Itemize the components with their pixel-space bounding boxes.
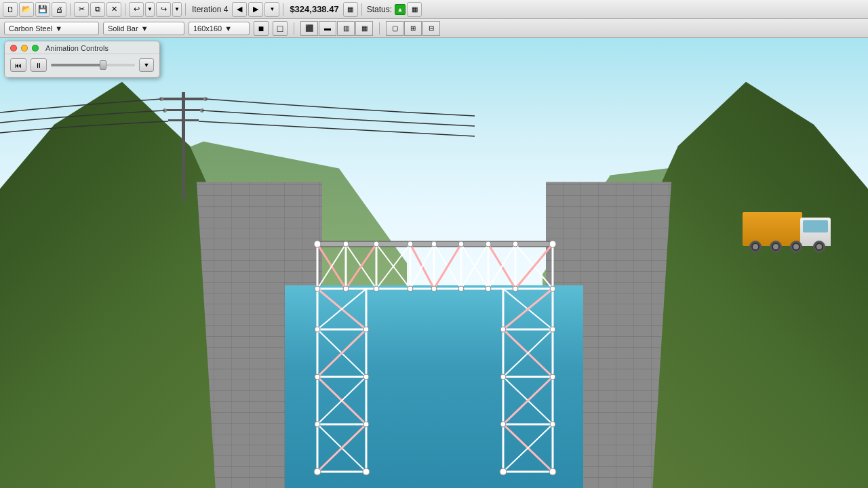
svg-point-87 — [549, 468, 556, 475]
cost-display: $324,338.47 — [287, 4, 341, 14]
layout-3[interactable]: ⊟ — [422, 21, 440, 36]
main-toolbar: 🗋 📂 💾 🖨 ✂ ⧉ ✕ ↩ ▼ ↪ ▼ Iteration 4 ◀ ▶ ▼ … — [0, 0, 868, 19]
grid-view-1[interactable]: ⬛ — [300, 21, 318, 36]
svg-point-77 — [363, 422, 369, 427]
scene-viewport — [0, 38, 868, 488]
animation-dropdown[interactable]: ▼ — [139, 58, 154, 72]
arrow-right-button[interactable]: ▶ — [248, 2, 263, 17]
bridge-svg — [0, 38, 868, 488]
svg-point-64 — [343, 286, 349, 291]
bridge-left-frame — [317, 289, 366, 472]
delete-button[interactable]: ✕ — [106, 2, 121, 17]
separator1 — [70, 3, 71, 16]
svg-point-84 — [500, 422, 506, 427]
minimize-traffic-light[interactable] — [21, 45, 28, 52]
grid-view-2[interactable]: ▬ — [319, 21, 336, 36]
separator6 — [294, 22, 294, 35]
secondary-toolbar: Carbon Steel ▼ Solid Bar ▼ 160x160 ▼ ■ □… — [0, 19, 868, 38]
view-outline-button[interactable]: □ — [273, 21, 288, 36]
size-dropdown-arrow: ▼ — [224, 24, 232, 33]
status-grid-button[interactable]: ▦ — [407, 2, 422, 17]
truck-wheel-3 — [790, 241, 802, 253]
animation-title-bar: Animation Controls — [5, 41, 159, 54]
svg-point-62 — [549, 241, 556, 247]
svg-point-71 — [550, 286, 555, 291]
separator5 — [361, 3, 362, 16]
material-value: Carbon Steel — [9, 24, 52, 33]
separator7 — [379, 22, 380, 35]
size-value: 160x160 — [193, 24, 222, 33]
svg-point-59 — [458, 241, 464, 247]
rewind-button[interactable]: ⏮ — [10, 58, 26, 72]
grid-view-4[interactable]: ▦ — [355, 21, 373, 36]
svg-point-66 — [408, 286, 413, 291]
new-button[interactable]: 🗋 — [3, 2, 18, 17]
view-buttons-group: ⬛ ▬ ▥ ▦ — [300, 21, 373, 36]
close-traffic-light[interactable] — [10, 45, 17, 52]
copy-button[interactable]: ⧉ — [90, 2, 105, 17]
print-button[interactable]: 🖨 — [52, 2, 66, 17]
arrow-left-button[interactable]: ◀ — [232, 2, 247, 17]
svg-point-79 — [363, 468, 370, 475]
svg-point-69 — [486, 286, 491, 291]
truck-wheel-1 — [749, 241, 762, 253]
svg-point-55 — [343, 241, 349, 247]
open-button[interactable]: 📂 — [19, 2, 34, 17]
layout-1[interactable]: ▢ — [386, 21, 403, 36]
cut-button[interactable]: ✂ — [74, 2, 89, 17]
iteration-label: Iteration 4 — [189, 5, 231, 14]
truck-windshield — [803, 220, 828, 232]
svg-point-85 — [550, 422, 555, 427]
animation-slider-thumb[interactable] — [100, 60, 106, 70]
animation-controls-bar: ⏮ ⏸ ▼ — [5, 54, 159, 76]
svg-point-75 — [363, 374, 369, 380]
truck-wheel-4 — [813, 241, 825, 253]
svg-point-57 — [408, 241, 413, 247]
view-solid-button[interactable]: ■ — [254, 21, 269, 36]
maximize-traffic-light[interactable] — [32, 45, 39, 52]
member-type-dropdown-arrow: ▼ — [141, 24, 149, 33]
redo-button[interactable]: ↪ — [156, 2, 171, 17]
truck-wheel-2 — [770, 241, 782, 253]
material-select[interactable]: Carbon Steel ▼ — [4, 22, 99, 35]
svg-point-68 — [458, 286, 464, 291]
svg-point-81 — [550, 327, 555, 332]
size-select[interactable]: 160x160 ▼ — [189, 22, 250, 35]
svg-point-65 — [374, 286, 379, 291]
cost-icon-button[interactable]: ▦ — [343, 2, 358, 17]
bridge-right-frame — [503, 289, 553, 472]
svg-point-86 — [500, 468, 507, 475]
animation-slider[interactable] — [51, 64, 135, 66]
svg-point-70 — [513, 286, 518, 291]
svg-point-56 — [374, 241, 379, 247]
status-label: Status: — [366, 5, 393, 14]
truck — [743, 209, 831, 253]
pause-button[interactable]: ⏸ — [31, 58, 47, 72]
undo-button[interactable]: ↩ — [129, 2, 144, 17]
material-dropdown-arrow: ▼ — [55, 24, 62, 33]
svg-point-54 — [314, 241, 321, 247]
svg-point-61 — [513, 241, 518, 247]
redo-dropdown[interactable]: ▼ — [172, 2, 182, 17]
svg-point-83 — [550, 374, 555, 380]
layout-buttons-group: ▢ ⊞ ⊟ — [386, 21, 440, 36]
svg-point-58 — [431, 241, 437, 247]
arrow-down-button[interactable]: ▼ — [264, 2, 279, 17]
member-type-select[interactable]: Solid Bar ▼ — [103, 22, 184, 35]
animation-title-text: Animation Controls — [45, 44, 108, 52]
svg-point-73 — [363, 327, 369, 332]
svg-point-67 — [431, 286, 437, 291]
svg-point-78 — [314, 468, 321, 475]
animation-panel: Animation Controls ⏮ ⏸ ▼ — [4, 41, 160, 78]
undo-dropdown[interactable]: ▼ — [145, 2, 155, 17]
bridge-truss-top — [317, 244, 553, 289]
svg-point-80 — [500, 327, 506, 332]
svg-point-60 — [486, 241, 491, 247]
member-type-value: Solid Bar — [108, 24, 138, 33]
layout-2[interactable]: ⊞ — [404, 21, 422, 36]
save-button[interactable]: 💾 — [35, 2, 50, 17]
svg-point-72 — [315, 327, 320, 332]
svg-point-76 — [315, 422, 320, 427]
grid-view-3[interactable]: ▥ — [337, 21, 355, 36]
separator3 — [185, 3, 186, 16]
